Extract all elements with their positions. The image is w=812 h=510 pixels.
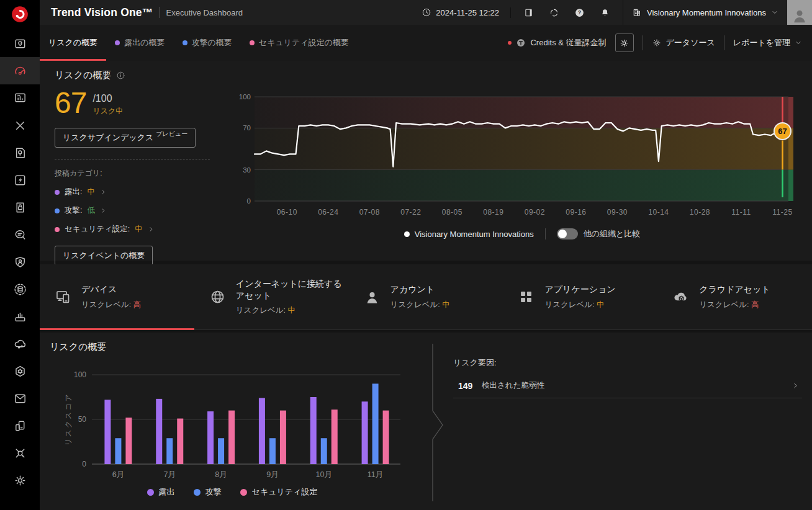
legend-dot [240,489,247,496]
asset-tab-0[interactable]: デバイスリスクレベル: 高 [40,264,194,329]
category-dot [55,190,60,195]
category-row-1[interactable]: 攻撃:低 [55,205,235,216]
tab-label: セキュリティ設定の概要 [259,37,349,48]
asset-tab-label: インターネットに接続するアセット [236,278,348,300]
data-source-button[interactable]: データソース [652,37,715,48]
sidebar-item-map-pin[interactable] [0,30,40,57]
sidebar-item-email-security[interactable] [0,385,40,412]
asset-tab-4[interactable]: クラウドアセットリスクレベル: 高 [657,264,812,329]
legend-label: 露出 [159,486,175,498]
tab-3[interactable]: セキュリティ設定の概要 [241,25,358,61]
credits-label: Credits & 従量課金制 [530,37,606,48]
bar-legend-item[interactable]: 攻撃 [194,486,222,498]
bar-legend-item[interactable]: 露出 [147,486,175,498]
sidebar-item-data-security[interactable] [0,275,40,303]
sidebar-item-search-chat[interactable] [0,221,40,248]
risk-factor-count: 149 [453,381,482,391]
asset-tab-1[interactable]: インターネットに接続するアセットリスクレベル: 中 [194,264,349,329]
separator [643,35,643,50]
app-title: Trend Vision One™ [51,6,153,19]
tab-1[interactable]: 露出の概要 [106,25,173,61]
network-security-icon [13,446,27,460]
tab-label: 攻撃の概要 [192,37,232,48]
notification-dot [508,41,512,45]
tabbar-right: Credits & 従量課金制 データソース レポートを管理 [508,34,812,52]
svg-text:09-16: 09-16 [566,208,586,217]
applications-icon [518,289,535,305]
sidebar-item-report-chart[interactable] [0,84,40,112]
sidebar-item-identity-shield[interactable] [0,248,40,275]
asset-tab-2[interactable]: アカウントリスクレベル: 中 [349,264,503,329]
sidebar-item-endpoint-security[interactable] [0,412,40,439]
sidebar-item-workbench[interactable] [0,139,40,166]
credits-button[interactable]: Credits & 従量課金制 [508,37,606,48]
panel-expander[interactable] [431,344,446,501]
risk-events-button[interactable]: リスクイベントの概要 [55,246,153,266]
risk-subindex-button[interactable]: リスクサブインデックス プレビュー [55,128,196,148]
category-label: セキュリティ設定: [65,224,130,235]
sidebar-item-xdr[interactable] [0,112,40,139]
svg-text:70: 70 [243,124,251,132]
sidebar-item-network-security[interactable] [0,439,40,467]
sidebar-item-container-security[interactable] [0,357,40,385]
top-header: Trend Vision One™ Executive Dashboard 20… [40,0,812,25]
sidebar-item-settings[interactable] [0,467,40,494]
tab-0[interactable]: リスクの概要 [40,25,106,61]
svg-text:7月: 7月 [164,470,176,479]
help-icon[interactable]: ? [574,7,585,18]
chevron-down-icon [795,39,802,47]
chevron-right-icon [792,382,802,390]
asset-tab-label: アカウント [390,284,450,295]
compare-toggle[interactable] [557,228,578,239]
dashboard-settings-button[interactable] [615,34,634,52]
info-icon[interactable] [116,71,125,80]
toggle-knob [558,230,567,238]
notifications-icon[interactable] [600,7,610,18]
category-row-0[interactable]: 露出:中 [55,187,235,197]
bar-legend-item[interactable]: セキュリティ設定 [240,486,318,498]
asset-risk-level: リスクレベル: 中 [544,300,615,310]
report-chart-icon [13,91,27,105]
chevron-right-icon [100,189,107,195]
category-row-2[interactable]: セキュリティ設定:中 [55,224,235,235]
sidebar-item-platform[interactable] [0,303,40,330]
svg-text:10-14: 10-14 [648,208,669,217]
risk-trend-chart-svg: 0307010006-1006-2407-0807-2208-0508-1909… [242,89,802,222]
legend-org-label: Visionary Momentum Innovations [415,230,534,239]
document-icon[interactable] [523,7,534,18]
asset-risk-level: リスクレベル: 高 [81,300,141,310]
tab-2[interactable]: 攻撃の概要 [174,25,241,61]
tab-label: リスクの概要 [48,37,97,48]
sidebar-item-policy[interactable] [0,194,40,221]
manage-reports-button[interactable]: レポートを管理 [733,37,802,48]
risk-trend-chart: 0307010006-1006-2407-0807-2208-0508-1909… [242,89,802,222]
risk-summary-card: リスクの概要 050100リスクスコア6月7月8月9月10月11月 露出攻撃セキ… [40,333,812,510]
attack-surface-icon [13,173,27,187]
chevron-right-icon [100,207,107,214]
xdr-icon [13,119,27,133]
svg-text:50: 50 [78,415,87,424]
sidebar-item-risk-gauge[interactable] [0,57,40,84]
category-dot [55,208,60,213]
contributing-categories-label: 投稿カテゴリ: [55,168,235,179]
org-selector[interactable]: Visionary Momentum Innovations [623,0,787,25]
asset-tab-3[interactable]: アプリケーションリスクレベル: 中 [503,264,657,329]
sidebar-item-attack-surface[interactable] [0,166,40,194]
map-pin-icon [13,37,27,51]
search-chat-icon [13,228,27,242]
sidebar-item-cloud-security[interactable] [0,330,40,357]
svg-text:11月: 11月 [368,470,383,479]
svg-text:0: 0 [82,460,86,468]
risk-factor-row-0[interactable]: 149検出された脆弱性 [453,374,802,398]
manage-reports-label: レポートを管理 [733,37,790,48]
avatar[interactable] [787,0,812,25]
asset-tab-label: クラウドアセット [699,284,770,295]
trend-micro-logo-icon[interactable] [0,0,40,29]
svg-text:09-02: 09-02 [525,208,545,217]
svg-text:8月: 8月 [215,470,227,479]
risk-bar-chart-svg: 050100リスクスコア6月7月8月9月10月11月 [52,357,425,491]
community-icon[interactable] [549,7,559,18]
clock-icon [422,7,431,17]
svg-text:リスクスコア: リスクスコア [64,393,73,446]
datetime-text: 2024-11-25 12:22 [436,8,499,17]
